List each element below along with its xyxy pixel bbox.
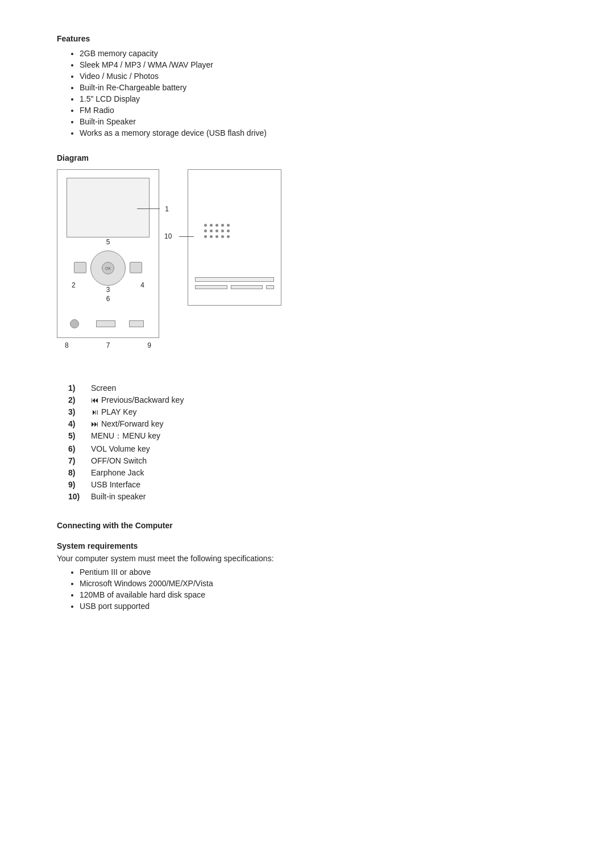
speaker-row3 [204, 235, 230, 238]
diagram-section: Diagram 1 [57, 153, 557, 504]
speaker-dot [221, 224, 224, 227]
speaker-dot [204, 224, 207, 227]
diagram-label-5: 5) MENU：MENU key [68, 431, 184, 441]
list-item: 1.5" LCD Display [80, 94, 557, 103]
text-5: MENU：MENU key [91, 431, 160, 441]
req-item: Microsoft Windows 2000/ME/XP/Vista [80, 579, 557, 588]
speaker-dot [215, 229, 218, 232]
connecting-title: Connecting with the Computer [57, 521, 557, 530]
btn-left [74, 262, 86, 273]
label2-num: 2 [72, 281, 76, 289]
diagram-labels-list: 1) Screen 2) ⏮ Previous/Backward key 3) … [57, 383, 184, 504]
text-1: Screen [91, 383, 116, 393]
speaker-dot [227, 229, 230, 232]
label10-line [179, 236, 194, 237]
usb-port [96, 320, 115, 327]
diagram-label-3: 3) ⏯ PLAY Key [68, 407, 184, 416]
back-device-body: 10 [188, 169, 281, 306]
diagram-title: Diagram [57, 153, 557, 162]
speaker-dot [210, 224, 213, 227]
speaker-row2 [204, 229, 230, 232]
btn-right [130, 262, 142, 273]
connector-piece1 [195, 285, 227, 289]
switch-btn [129, 320, 144, 327]
speaker-dot [215, 235, 218, 238]
speaker-dot [210, 235, 213, 238]
num-1: 1) [68, 383, 91, 393]
speaker-dot [227, 224, 230, 227]
list-item: Sleek MP4 / MP3 / WMA /WAV Player [80, 60, 557, 69]
device-screen [67, 178, 150, 237]
label6-num: 6 [106, 295, 110, 303]
num-9: 9) [68, 480, 91, 489]
speaker-grid [204, 224, 230, 238]
list-item: Works as a memory storage device (USB fl… [80, 128, 557, 137]
label1-num: 1 [165, 205, 169, 213]
req-item: 120MB of available hard disk space [80, 590, 557, 599]
ok-label: OK [105, 266, 111, 270]
req-list: Pentium III or above Microsoft Windows 2… [57, 567, 557, 611]
devices-row: 1 OK 2 [57, 169, 281, 349]
num-4: 4) [68, 419, 91, 428]
speaker-dot [221, 229, 224, 232]
front-device: 1 OK 2 [57, 169, 159, 349]
text-2: ⏮ Previous/Backward key [91, 395, 184, 404]
req-item: Pentium III or above [80, 567, 557, 577]
connector-row [195, 285, 274, 289]
speaker-dot [221, 235, 224, 238]
list-item: FM Radio [80, 106, 557, 115]
diagram-label-10: 10) Built-in speaker [68, 492, 184, 501]
list-item: 2GB memory capacity [80, 49, 557, 58]
num-5: 5) [68, 431, 91, 441]
num-10: 10) [68, 492, 91, 501]
label4-num: 4 [140, 281, 144, 289]
text-9: USB Interface [91, 480, 140, 489]
speaker-dot [215, 224, 218, 227]
diagram-label-1: 1) Screen [68, 383, 184, 393]
connector-piece3 [266, 285, 274, 289]
speaker-dot [227, 235, 230, 238]
list-item: Video / Music / Photos [80, 72, 557, 81]
diagram-label-4: 4) ⏭ Next/Forward key [68, 419, 184, 428]
dpad-center: OK [102, 262, 114, 274]
num-3: 3) [68, 407, 91, 416]
text-3: ⏯ PLAY Key [91, 407, 136, 416]
system-req-description: Your computer system must meet the follo… [57, 554, 557, 563]
text-7: OFF/ON Switch [91, 456, 147, 465]
req-item: USB port supported [80, 602, 557, 611]
list-item: Built-in Speaker [80, 117, 557, 126]
list-item: Built-in Re-Chargeable battery [80, 83, 557, 92]
features-section: Features 2GB memory capacity Sleek MP4 /… [57, 34, 557, 137]
bottom-label-row: 8 7 9 [57, 341, 159, 349]
speaker-row1 [204, 224, 230, 227]
connector-line1 [195, 277, 274, 282]
features-list: 2GB memory capacity Sleek MP4 / MP3 / WM… [57, 49, 557, 137]
right-connectors [195, 277, 274, 289]
diagram-full: 1 OK 2 [57, 169, 557, 504]
diagram-label-2: 2) ⏮ Previous/Backward key [68, 395, 184, 404]
label10-num: 10 [164, 232, 172, 240]
text-10: Built-in speaker [91, 492, 146, 501]
dpad: OK [90, 251, 126, 286]
text-8: Earphone Jack [91, 468, 144, 477]
text-6: VOL Volume key [91, 444, 150, 453]
device-body: 1 OK 2 [57, 169, 159, 306]
features-title: Features [57, 34, 557, 43]
speaker-dot [204, 235, 207, 238]
device-bottom [57, 305, 159, 338]
back-device: 10 [188, 169, 281, 306]
system-req-section: System requirements Your computer system… [57, 541, 557, 611]
speaker-dot [210, 229, 213, 232]
earphone-jack [70, 319, 79, 328]
label8-bottom: 8 [65, 341, 69, 349]
num-8: 8) [68, 468, 91, 477]
speaker-dot [204, 229, 207, 232]
num-6: 6) [68, 444, 91, 453]
label7-bottom: 7 [106, 341, 110, 349]
num-2: 2) [68, 395, 91, 404]
diagram-label-7: 7) OFF/ON Switch [68, 456, 184, 465]
connecting-section: Connecting with the Computer [57, 521, 557, 530]
diagram-label-8: 8) Earphone Jack [68, 468, 184, 477]
label3-num: 3 [106, 286, 110, 294]
label9-bottom: 9 [147, 341, 151, 349]
